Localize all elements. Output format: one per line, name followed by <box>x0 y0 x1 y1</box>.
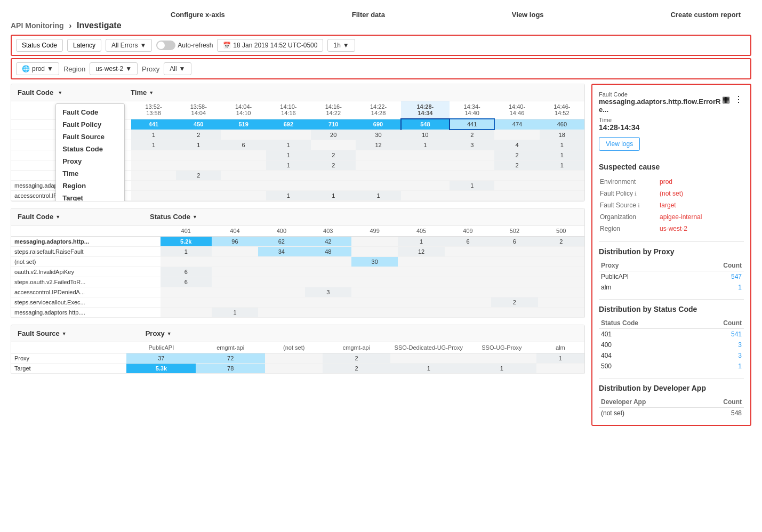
t1-r1c1[interactable]: 2 <box>176 130 221 140</box>
env-dropdown[interactable]: 🌐 prod ▼ <box>16 62 59 75</box>
t1-r1c7[interactable]: 2 <box>450 130 494 140</box>
dist-proxy-name-0: PublicAPI <box>599 271 684 283</box>
t1-r2c1[interactable]: 1 <box>176 140 221 150</box>
dist-status-code-1: 400 <box>599 340 693 350</box>
date-picker[interactable]: 📅 18 Jan 2019 14:52 UTC-0500 <box>217 39 323 52</box>
kv-val-env: prod <box>660 176 743 187</box>
fault-code-title: Fault Code <box>599 91 721 98</box>
t1-r2c2[interactable]: 6 <box>221 140 266 150</box>
view-logs-button[interactable]: View logs <box>599 137 640 151</box>
dropdown-fault-policy[interactable]: Fault Policy <box>56 118 124 131</box>
time-header-dropdown[interactable]: Time <box>131 88 154 96</box>
dist-status-col2: Count <box>693 318 744 329</box>
t1-r2c8[interactable]: 4 <box>494 140 539 150</box>
t1-col-1: 13:58-14:04 <box>176 101 221 119</box>
dist-app-count-0: 548 <box>698 408 744 419</box>
t1-r0c5[interactable]: 690 <box>356 119 400 130</box>
dropdown-arrow-icon4: ▼ <box>125 65 132 72</box>
t3-row0-label: Proxy <box>11 353 126 364</box>
dist-app-table: Developer App Count (not set) 548 <box>599 397 744 418</box>
t2-col-502: 502 <box>491 225 538 237</box>
t2-row0-label: messaging.adaptors.http... <box>11 237 161 247</box>
dropdown-target[interactable]: Target <box>56 192 124 202</box>
kv-row-env: Environment prod <box>600 176 743 187</box>
kv-row-org: Organization apigee-internal <box>600 212 743 222</box>
dist-status-row-1: 400 3 <box>599 340 744 350</box>
dist-proxy-count-0: 547 <box>684 271 744 283</box>
t1-r2c6[interactable]: 1 <box>401 140 450 150</box>
t1-r1c4[interactable]: 20 <box>311 130 356 140</box>
t1-r1c6[interactable]: 10 <box>401 130 450 140</box>
t1-r2c7[interactable]: 3 <box>450 140 494 150</box>
proxy-header-dropdown[interactable]: Proxy <box>146 329 172 337</box>
t1-r0c9[interactable]: 460 <box>540 119 584 130</box>
kv-val-region: us-west-2 <box>660 223 743 234</box>
t1-r1c5[interactable]: 30 <box>356 130 400 140</box>
more-actions-btn[interactable]: ⋮ <box>733 93 744 106</box>
t1-r2c9[interactable]: 1 <box>540 140 584 150</box>
globe-icon: 🌐 <box>22 65 30 72</box>
dist-app-name-0: (not set) <box>599 408 698 419</box>
t1-r0c4[interactable]: 710 <box>311 119 356 130</box>
status-code-header-dropdown[interactable]: Status Code <box>150 213 197 221</box>
t1-r0c0[interactable]: 441 <box>131 119 176 130</box>
kv-key-org: Organization <box>600 212 659 222</box>
t1-r0c3[interactable]: 692 <box>266 119 311 130</box>
t2-row2-label: (not set) <box>11 257 161 267</box>
proxy-dropdown[interactable]: All ▼ <box>164 62 191 75</box>
chart-icon-btn[interactable]: ▦ <box>721 93 731 106</box>
latency-tab[interactable]: Latency <box>67 39 101 52</box>
dist-status-row-0: 401 541 <box>599 329 744 340</box>
t1-col-2: 14:04-14:10 <box>221 101 266 119</box>
t1-r1c9[interactable]: 18 <box>540 130 584 140</box>
t1-r0c1[interactable]: 450 <box>176 119 221 130</box>
t2-row6-label: steps.servicecallout.Exec... <box>11 297 161 308</box>
t3-col-sso-dedicated: SSO-Dedicated-UG-Proxy <box>390 342 467 353</box>
table-row: accesscontrol.IPDeniedA... 3 <box>11 287 584 297</box>
suspected-cause-title: Suspected cause <box>599 163 744 171</box>
t1-r1c8[interactable] <box>494 130 539 140</box>
dropdown-region[interactable]: Region <box>56 180 124 192</box>
dropdown-proxy[interactable]: Proxy <box>56 155 124 167</box>
region-dropdown[interactable]: us-west-2 ▼ <box>90 62 138 75</box>
t1-col-4: 14:16-14:22 <box>311 101 356 119</box>
t1-r1c0[interactable]: 1 <box>131 130 176 140</box>
range-dropdown[interactable]: 1h ▼ <box>327 39 355 52</box>
t1-r1c2[interactable] <box>221 130 266 140</box>
t1-r0c6[interactable]: 548 <box>401 119 450 130</box>
t1-r0c2[interactable]: 519 <box>221 119 266 130</box>
t1-r2c3[interactable]: 1 <box>266 140 311 150</box>
t1-r2c4[interactable] <box>311 140 356 150</box>
kv-key-env: Environment <box>600 176 659 187</box>
dropdown-fault-code[interactable]: Fault Code <box>56 106 124 118</box>
auto-refresh-toggle[interactable] <box>156 41 175 50</box>
t1-r1c3[interactable] <box>266 130 311 140</box>
errors-dropdown[interactable]: All Errors ▼ <box>106 39 152 52</box>
t1-r2c0[interactable]: 1 <box>131 140 176 150</box>
dist-status-code-0: 401 <box>599 329 693 340</box>
t2-row3-label: oauth.v2.InvalidApiKey <box>11 267 161 277</box>
dropdown-status-code[interactable]: Status Code <box>56 143 124 155</box>
fault-code-header-dropdown2[interactable]: Fault Code <box>18 213 60 221</box>
t1-col-7: 14:34-14:40 <box>450 101 494 119</box>
configure-xaxis-annotation: Configure x-axis <box>171 11 225 19</box>
breadcrumb-parent[interactable]: API Monitoring <box>11 21 64 30</box>
dropdown-time[interactable]: Time <box>56 167 124 180</box>
kv-row-region: Region us-west-2 <box>600 223 743 234</box>
t1-r0c7[interactable]: 441 <box>450 119 494 130</box>
t1-r2c5[interactable]: 12 <box>356 140 400 150</box>
status-code-tab[interactable]: Status Code <box>16 39 63 52</box>
dropdown-fault-source[interactable]: Fault Source <box>56 131 124 143</box>
fault-code-value: messaging.adaptors.http.flow.ErrorRe... <box>599 98 721 114</box>
t1-r0c8[interactable]: 474 <box>494 119 539 130</box>
fault-code-header-dropdown[interactable]: Fault Code Fault Code Fault Policy Fault… <box>18 88 62 96</box>
suspected-cause-section: Suspected cause Environment prod Fault P… <box>599 163 744 235</box>
dist-status-count-0: 541 <box>693 329 744 340</box>
kv-row-source: Fault Source ℹ target <box>600 200 743 211</box>
fault-source-header-dropdown[interactable]: Fault Source <box>18 329 67 337</box>
breadcrumb-separator: › <box>69 21 71 30</box>
view-logs-annotation: View logs <box>512 11 544 19</box>
table-row: Target 5.3k 78 2 1 1 <box>11 364 584 374</box>
dist-proxy-table: Proxy Count PublicAPI 547 alm 1 <box>599 260 744 293</box>
kv-val-source: target <box>660 200 743 211</box>
